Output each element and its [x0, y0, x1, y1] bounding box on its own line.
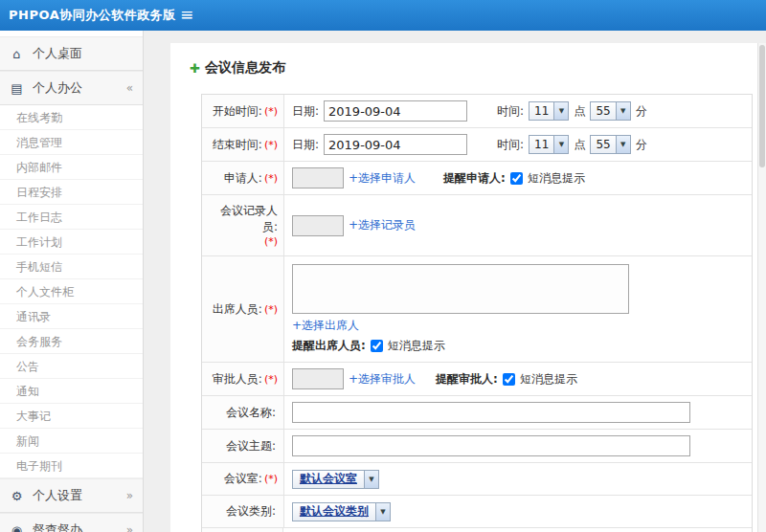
- main-panel: ✚ 会议信息发布 开始时间: (*) 日期: 时间: 11▼ 点 55▼: [170, 43, 757, 532]
- meeting-category-select[interactable]: 默认会议类别▼: [292, 502, 391, 521]
- required-marker: (*): [264, 373, 278, 386]
- start-hour-select[interactable]: 11▼: [529, 101, 569, 121]
- choose-recorder-link[interactable]: +选择记录员: [349, 217, 416, 233]
- sms-hint-label: 短消息提示: [528, 170, 585, 187]
- required-marker: (*): [264, 473, 278, 485]
- sidebar-section-supervision[interactable]: ◉ 督查督办 »: [0, 513, 143, 532]
- field-label: 申请人:: [224, 170, 262, 187]
- sidebar-item[interactable]: 内部邮件: [0, 155, 143, 180]
- page-title-row: ✚ 会议信息发布: [170, 43, 757, 88]
- form-row-applicant: 申请人: (*) +选择申请人 提醒申请人: 短消息提示: [202, 161, 752, 194]
- desktop-icon: ⌂: [10, 47, 24, 61]
- field-label: 审批人员:: [213, 371, 262, 388]
- form-row-start-time: 开始时间: (*) 日期: 时间: 11▼ 点 55▼ 分: [202, 95, 752, 127]
- form-row-meeting-category: 会议类别: 默认会议类别▼: [202, 495, 752, 527]
- sidebar-item[interactable]: 通讯录: [0, 304, 143, 329]
- form-row-attendees: 出席人员: (*) +选择出席人 提醒出席人员: 短消息提示: [202, 255, 752, 362]
- field-label: 会议主题:: [226, 438, 276, 454]
- sidebar-item[interactable]: 工作计划: [0, 230, 143, 255]
- sms-hint-label: 短消息提示: [520, 371, 577, 388]
- vertical-scrollbar[interactable]: [757, 43, 766, 532]
- form-row-end-time: 结束时间: (*) 日期: 时间: 11▼ 点 55▼ 分: [202, 127, 752, 161]
- sidebar-item[interactable]: 电子期刊: [0, 454, 143, 478]
- sidebar-item[interactable]: 会务服务: [0, 329, 143, 354]
- remind-attendees-label: 提醒出席人员:: [292, 338, 366, 354]
- sidebar-item[interactable]: 日程安排: [0, 180, 143, 205]
- sidebar-item[interactable]: 通知: [0, 379, 143, 404]
- applicant-sms-checkbox[interactable]: [510, 172, 523, 185]
- choose-applicant-link[interactable]: +选择申请人: [349, 170, 416, 187]
- sidebar-item[interactable]: 个人文件柜: [0, 279, 143, 304]
- form-row-meeting-room: 会议室: (*) 默认会议室▼: [202, 462, 752, 495]
- page-title: 会议信息发布: [205, 59, 285, 77]
- choose-attendees-link[interactable]: +选择出席人: [292, 318, 359, 334]
- form-row-approver: 审批人员: (*) +选择审批人 提醒审批人: 短消息提示: [202, 362, 752, 395]
- form-row-recorder: 会议记录人员: (*) +选择记录员: [202, 194, 752, 255]
- remind-approver-label: 提醒审批人:: [436, 371, 498, 388]
- hour-unit-label: 点: [574, 137, 585, 153]
- chevron-down-icon: ▼: [616, 102, 630, 120]
- app-window: PHPOA协同办公软件政务版 ≡ ⌂ 个人桌面 ▤ 个人办公 « 在线考勤消息管…: [0, 0, 766, 532]
- sidebar-section-label: 个人办公: [33, 79, 82, 97]
- required-marker: (*): [264, 303, 278, 316]
- field-label: 会议记录人员:: [208, 203, 278, 235]
- chevron-down-icon: ▼: [553, 102, 568, 120]
- required-marker: (*): [264, 235, 278, 248]
- sidebar-item[interactable]: 大事记: [0, 404, 143, 429]
- sidebar-item[interactable]: 消息管理: [0, 130, 143, 155]
- required-marker: (*): [264, 105, 278, 118]
- sidebar-section-desktop[interactable]: ⌂ 个人桌面: [0, 36, 143, 71]
- sidebar-section-label: 个人设置: [33, 487, 82, 504]
- attendees-sms-checkbox[interactable]: [371, 340, 383, 352]
- field-label: 开始时间:: [213, 103, 262, 120]
- hour-unit-label: 点: [574, 103, 585, 120]
- chevron-down-icon: ▼: [616, 136, 630, 153]
- form-row-meeting-name: 会议名称:: [202, 395, 752, 429]
- applicant-input[interactable]: [292, 167, 344, 188]
- gear-icon: ⚙: [10, 489, 24, 503]
- chevron-collapse-icon: «: [126, 81, 133, 95]
- recorder-input[interactable]: [292, 215, 344, 236]
- field-label: 会议类别:: [226, 503, 276, 520]
- briefcase-icon: ▤: [10, 81, 24, 96]
- sidebar-section-label: 督查督办: [33, 521, 82, 532]
- sidebar-item[interactable]: 新闻: [0, 429, 143, 454]
- content-area: ✚ 会议信息发布 开始时间: (*) 日期: 时间: 11▼ 点 55▼: [144, 31, 766, 532]
- eye-icon: ◉: [10, 523, 24, 532]
- scrollbar-thumb[interactable]: [759, 45, 765, 167]
- sidebar-item[interactable]: 公告: [0, 354, 143, 379]
- meeting-name-input[interactable]: [292, 402, 690, 423]
- approver-input[interactable]: [292, 368, 344, 389]
- sidebar: ⌂ 个人桌面 ▤ 个人办公 « 在线考勤消息管理内部邮件日程安排工作日志工作计划…: [0, 31, 144, 532]
- sidebar-item[interactable]: 工作日志: [0, 205, 143, 230]
- sidebar-section-label: 个人桌面: [33, 45, 82, 62]
- chevron-expand-icon: »: [126, 523, 133, 532]
- attendees-textarea[interactable]: [292, 264, 629, 314]
- meeting-subject-input[interactable]: [292, 435, 690, 456]
- form-row-meeting-subject: 会议主题:: [202, 429, 752, 462]
- start-date-input[interactable]: [324, 100, 467, 122]
- approver-sms-checkbox[interactable]: [503, 373, 515, 386]
- menu-icon[interactable]: ≡: [180, 5, 193, 24]
- choose-approver-link[interactable]: +选择审批人: [349, 371, 416, 388]
- sidebar-item[interactable]: 在线考勤: [0, 105, 143, 130]
- meeting-room-select[interactable]: 默认会议室▼: [292, 470, 379, 489]
- time-label: 时间:: [497, 103, 524, 120]
- end-minute-select[interactable]: 55▼: [590, 135, 630, 154]
- sidebar-item[interactable]: 手机短信: [0, 255, 143, 279]
- start-minute-select[interactable]: 55▼: [590, 101, 630, 121]
- sidebar-section-office[interactable]: ▤ 个人办公 «: [0, 71, 143, 105]
- field-label: 会议室:: [224, 471, 262, 487]
- required-marker: (*): [264, 172, 278, 185]
- sms-hint-label: 短消息提示: [388, 338, 445, 354]
- chevron-down-icon: ▼: [553, 136, 568, 153]
- time-label: 时间:: [497, 137, 524, 153]
- add-icon: ✚: [190, 61, 200, 76]
- end-hour-select[interactable]: 11▼: [529, 135, 569, 154]
- field-label: 结束时间:: [213, 137, 262, 153]
- end-date-input[interactable]: [324, 134, 467, 155]
- required-marker: (*): [264, 139, 278, 151]
- sidebar-section-settings[interactable]: ⚙ 个人设置 »: [0, 478, 143, 513]
- minute-unit-label: 分: [636, 103, 647, 120]
- field-label: 会议名称:: [226, 405, 276, 421]
